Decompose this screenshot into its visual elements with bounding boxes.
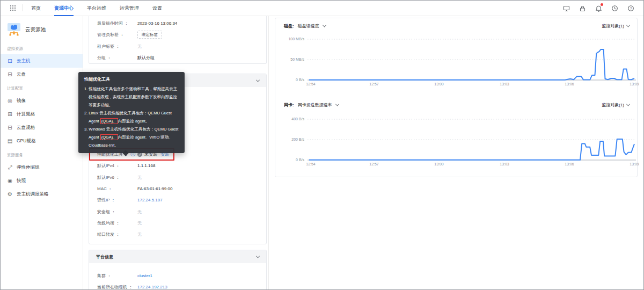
disk-spec-icon: ⊟ xyxy=(7,125,13,130)
field-label: 安全组 ： xyxy=(97,209,137,215)
sidebar-logo: 云资源池 xyxy=(0,16,83,41)
sidebar-item-scheduling-policy[interactable]: ⚙ 云主机调度策略 xyxy=(0,187,83,201)
sidebar-title: 云资源池 xyxy=(25,26,46,33)
field-row: 管理员标签 ： 绑定标签 xyxy=(89,29,266,40)
scheduling-policy-icon: ⚙ xyxy=(7,192,13,197)
autoscaling-icon: ⤢ xyxy=(7,165,13,170)
ipv6-value: 无 xyxy=(137,175,142,180)
cloud-pool-icon xyxy=(7,23,21,36)
y-tick: 100 MB/s xyxy=(275,36,304,42)
nic-metric-dropdown[interactable]: 网卡: 网卡发送数据速率 xyxy=(284,102,339,108)
field-row: 默认IPv4 ： 1.1.1.168 xyxy=(89,160,266,171)
sidebar-item-snapshot[interactable]: ◉ 快照 xyxy=(0,174,83,187)
field-label: 最后操作时间 ： xyxy=(97,20,137,26)
sidebar-item-cloud-disk[interactable]: ⊟ 云盘 xyxy=(0,68,83,81)
disk-monitor-dropdown[interactable]: 监控对象(1) xyxy=(602,23,630,29)
platform-card-title: 平台信息 xyxy=(96,254,113,260)
x-tick: 13:03 xyxy=(494,82,515,86)
sidebar-item-label: GPU规格 xyxy=(17,138,35,144)
vm-icon: ⊡ xyxy=(7,59,13,64)
platform-card-header: 平台信息 xyxy=(89,250,266,263)
nav-item-operation-mgmt[interactable]: 运营管理 xyxy=(120,0,139,16)
sidebar-section-compute-config: 计算配置 xyxy=(0,81,83,94)
field-label: 默认IPv4 ： xyxy=(97,163,137,169)
column-divider xyxy=(268,16,269,290)
x-tick: 12:54 xyxy=(300,162,321,166)
field-label: 租户标签 ： xyxy=(97,44,137,49)
sidebar-item-disk-spec[interactable]: ⊟ 云盘规格 xyxy=(0,121,83,134)
y-tick: 400 B/s xyxy=(275,116,304,122)
disk-metric-label: 磁盘读速度 xyxy=(298,23,319,29)
security-group-value: 无 xyxy=(137,209,142,215)
field-label: 默认IPv6 ： xyxy=(97,175,137,180)
field-label: MAC ： xyxy=(97,186,137,192)
sidebar-item-label: 云主机调度策略 xyxy=(17,191,49,198)
notification-badge xyxy=(601,3,603,6)
lock-icon[interactable] xyxy=(579,4,586,11)
nic-metric-label: 网卡发送数据速率 xyxy=(298,102,332,108)
history-icon[interactable] xyxy=(611,4,618,11)
field-label: 端口转发 ： xyxy=(97,231,137,237)
bind-tag-button[interactable]: 绑定标签 xyxy=(137,31,162,39)
nav-item-home[interactable]: 首页 xyxy=(31,0,41,16)
nav-item-resource-center[interactable]: 资源中心 xyxy=(54,0,74,16)
sidebar-item-gpu-spec[interactable]: ▤ GPU规格 xyxy=(0,134,83,148)
nic-prefix: 网卡: xyxy=(284,102,294,108)
field-row: 租户标签 ： 无 xyxy=(89,41,266,52)
help-icon[interactable]: ? xyxy=(627,4,634,11)
physical-host-link[interactable]: 172.24.192.213 xyxy=(137,285,167,289)
chevron-down-icon xyxy=(626,24,630,27)
display-icon[interactable] xyxy=(563,4,570,11)
nav-divider xyxy=(23,4,23,11)
cluster-link[interactable]: cluster1 xyxy=(137,273,152,278)
x-tick: 13:09 xyxy=(624,82,644,86)
ipv4-value: 1.1.1.168 xyxy=(137,163,155,168)
sidebar-item-image[interactable]: ◎ 镜像 xyxy=(0,94,83,107)
x-tick: 12:57 xyxy=(363,162,385,166)
x-tick: 12:57 xyxy=(363,82,385,86)
field-label: 管理员标签 ： xyxy=(97,32,137,38)
compute-spec-icon: ⊞ xyxy=(7,112,13,117)
disk-metric-dropdown[interactable]: 磁盘: 磁盘读速度 xyxy=(284,23,326,29)
sidebar-item-label: 快照 xyxy=(17,178,26,184)
sidebar-item-cloud-host[interactable]: ⊡ 云主机 xyxy=(0,54,83,68)
bell-icon[interactable] xyxy=(595,4,602,11)
nav-right-icons: ? xyxy=(563,4,634,11)
platform-info-card: 平台信息 集群 ： cluster1 当前所在物理机 ： 172.24.192.… xyxy=(89,250,267,290)
group-value: 默认分组 xyxy=(137,55,155,61)
chevron-down-icon[interactable] xyxy=(256,78,260,82)
chevron-down-icon xyxy=(626,103,630,106)
tooltip-line-2: 2. Linux 云主机性能优化工具包含：QEMU Guest Agent (Q… xyxy=(84,109,179,125)
field-row: 默认IPv6 ： 无 xyxy=(89,172,266,183)
image-icon: ◎ xyxy=(7,98,13,104)
chevron-down-icon[interactable] xyxy=(256,254,260,258)
port-forwarding-value: 无 xyxy=(137,231,142,237)
elastic-ip-link[interactable]: 172.24.5.107 xyxy=(137,198,163,202)
field-row: 弹性IP ： 172.24.5.107 xyxy=(89,194,266,206)
nic-monitor-dropdown[interactable]: 监控对象(1) xyxy=(602,102,630,108)
sidebar-item-autoscaling-group[interactable]: ⤢ 弹性伸缩组 xyxy=(0,161,83,174)
tooltip-line-1: 1. 性能优化工具包含多个驱动和工具，帮助提高云主机性能表现，实现云主机配置参数… xyxy=(84,85,179,109)
sidebar-item-label: 云主机 xyxy=(17,58,31,64)
load-balancer-value: 无 xyxy=(137,220,142,226)
x-tick: 13:06 xyxy=(559,162,580,166)
nav-item-platform-ops[interactable]: 平台运维 xyxy=(87,0,106,16)
sidebar: 云资源池 虚拟资源 ⊡ 云主机 ⊟ 云盘 计算配置 ◎ 镜像 ⊞ 计算规格 ⊟ … xyxy=(0,16,83,290)
apps-grid-icon[interactable] xyxy=(10,5,16,11)
tenant-tag-value: 无 xyxy=(137,44,142,49)
field-label: 分组 ： xyxy=(97,55,137,61)
sidebar-item-label: 计算规格 xyxy=(17,111,35,118)
sidebar-item-compute-spec[interactable]: ⊞ 计算规格 xyxy=(0,107,83,121)
sidebar-item-label: 镜像 xyxy=(17,98,26,104)
nav-item-settings[interactable]: 设置 xyxy=(152,0,162,16)
chevron-down-icon xyxy=(335,103,339,106)
top-nav: 首页 资源中心 平台运维 运营管理 设置 ? xyxy=(0,0,644,16)
monitoring-charts-card: 磁盘: 磁盘读速度 监控对象(1) 100 MB/s 50 MB/s 0 B/s… xyxy=(275,18,638,177)
snapshot-icon: ◉ xyxy=(7,178,13,184)
disk-prefix: 磁盘: xyxy=(284,23,294,29)
monitor-objects-label: 监控对象(1) xyxy=(602,23,624,29)
sidebar-section-resource-services: 资源服务 xyxy=(0,148,83,161)
field-row: 集群 ： cluster1 xyxy=(89,270,266,281)
sidebar-item-label: 云盘 xyxy=(17,71,26,78)
disk-icon: ⊟ xyxy=(7,72,13,77)
